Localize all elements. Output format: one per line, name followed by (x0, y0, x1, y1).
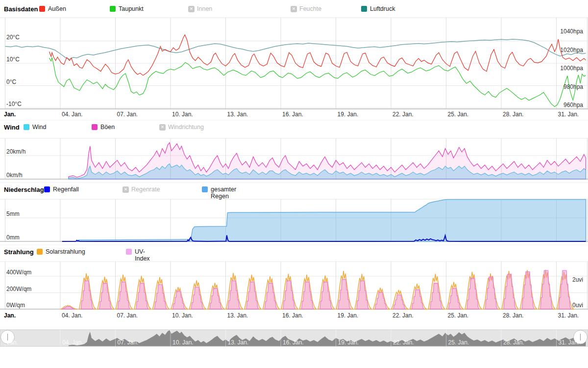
x-axis-label: 22. Jan. (392, 111, 414, 118)
legend-row-basis: BasisdatenAußenTaupunkt✕Innen✕FeuchteLuf… (0, 5, 588, 14)
x-axis-label: 25. Jan. (448, 312, 469, 319)
legend-row-rain: NiederschlagRegenfall✕Regenrategesamter … (0, 186, 588, 195)
legend-swatch-icon (39, 6, 45, 12)
legend-swatch-icon (44, 186, 50, 192)
x-axis-label: 16. Jan. (282, 111, 303, 118)
rain-axis-tick-label: 0mm (6, 234, 20, 241)
legend-label: Luftdruck (370, 5, 395, 12)
legend-disabled-checkbox-icon: ✕ (291, 6, 297, 12)
x-axis-label: 22. Jan. (392, 312, 414, 319)
wind-axis-tick-label: 0km/h (6, 172, 23, 179)
x-axis-label: 04. Jan. (62, 111, 83, 118)
navigator-label: 10. Jan. (172, 339, 194, 346)
legend-swatch-icon (361, 6, 367, 12)
rain-axis-tick-label: 5mm (6, 210, 20, 217)
weather-charts-app: 20°C10°C0°C-10°C1040hpa1020hpa1000hpa980… (0, 0, 588, 368)
temp-axis-tick-label: 0°C (6, 79, 16, 85)
legend-label: Außen (48, 5, 66, 12)
pressure-axis-tick-label: 1020hpa (560, 47, 583, 53)
x-axis-label: Jan. (4, 312, 16, 319)
legend-swatch-icon (110, 6, 116, 12)
legend-label: Windrichtung (168, 124, 204, 131)
x-axis-label: 31. Jan. (558, 111, 579, 118)
navigator-label: 19. Jan. (338, 339, 359, 346)
legend-row-radiation: StrahlungSolarstrahlungUV-Index (0, 248, 588, 257)
legend-label: Wind (32, 124, 46, 131)
legend-swatch-icon (126, 249, 132, 255)
solar-axis-tick-label: 0W/qm (6, 302, 25, 309)
legend-swatch-icon (37, 249, 43, 255)
pressure-axis-tick-label: 980hpa (564, 83, 583, 90)
section-title-radiation: Strahlung (4, 248, 34, 256)
pressure-axis-tick-label: 1040hpa (560, 28, 583, 35)
x-axis-label: 28. Jan. (503, 111, 524, 118)
x-axis-label: 07. Jan. (117, 312, 138, 319)
navigator-label: 13. Jan. (228, 339, 249, 346)
legend-label: Solarstrahlung (46, 248, 85, 255)
navigator-label: 22. Jan. (393, 339, 414, 346)
wind-axis-tick-label: 20km/h (6, 148, 25, 155)
temp-axis-tick-label: 10°C (6, 56, 20, 63)
x-axis-label: 28. Jan. (503, 312, 524, 319)
x-axis-label: 25. Jan. (448, 111, 469, 118)
section-title-rain: Niederschlag (4, 186, 44, 193)
legend-label: Böen (100, 124, 115, 131)
navigator-label: 25. Jan. (448, 339, 469, 346)
legend-row-wind: WindWindBöen✕Windrichtung (0, 124, 588, 132)
section-title-wind: Wind (4, 124, 20, 131)
legend-disabled-checkbox-icon: ✕ (188, 6, 195, 12)
legend-swatch-icon (92, 124, 98, 130)
legend-label: Regenrate (131, 186, 160, 193)
x-axis-label: 31. Jan. (558, 312, 579, 319)
x-axis-label: Jan. (4, 111, 16, 118)
x-axis-label: 07. Jan. (117, 111, 138, 118)
legend-label: Feuchte (299, 5, 321, 12)
legend-label: gesamter Regen (211, 186, 236, 200)
x-axis-label: 04. Jan. (62, 312, 83, 319)
x-axis-label: 13. Jan. (227, 111, 248, 118)
pressure-axis-tick-label: 960hpa (564, 102, 583, 108)
legend-label: Innen (197, 5, 212, 12)
navigator-label: 07. Jan. (118, 339, 139, 346)
navigator-label: 04. Jan. (62, 339, 83, 346)
uv-axis-tick-label: 2uvi (572, 276, 583, 283)
legend-label: Taupunkt (119, 5, 144, 12)
legend-swatch-icon (202, 186, 208, 192)
x-axis-label: 13. Jan. (227, 312, 248, 319)
x-axis-label: 19. Jan. (338, 111, 359, 118)
uv-axis-tick-label: 0uvi (572, 302, 583, 309)
navigator-label: 16. Jan. (283, 339, 304, 346)
navigator-label: 31. Jan. (559, 339, 580, 346)
legend-label: UV-Index (135, 248, 150, 262)
x-axis-label: 19. Jan. (338, 312, 359, 319)
temp-axis-tick-label: -10°C (6, 101, 22, 107)
navigator-label: 28. Jan. (503, 339, 524, 346)
legend-disabled-checkbox-icon: ✕ (159, 124, 166, 131)
legend-label: Regenfall (53, 186, 79, 193)
legend-disabled-checkbox-icon: ✕ (122, 186, 129, 193)
section-title-basis: Basisdaten (4, 5, 38, 13)
legend-swatch-icon (24, 124, 29, 130)
x-axis-label: 10. Jan. (172, 111, 193, 118)
navigator-label: Jan. (7, 339, 18, 346)
solar-axis-tick-label: 200W/qm (6, 286, 31, 292)
x-axis-label: 10. Jan. (172, 312, 193, 319)
x-axis-label: 16. Jan. (282, 312, 303, 319)
solar-axis-tick-label: 400W/qm (6, 269, 31, 276)
temp-axis-tick-label: 20°C (6, 34, 20, 41)
pressure-axis-tick-label: 1000hpa (560, 65, 583, 72)
